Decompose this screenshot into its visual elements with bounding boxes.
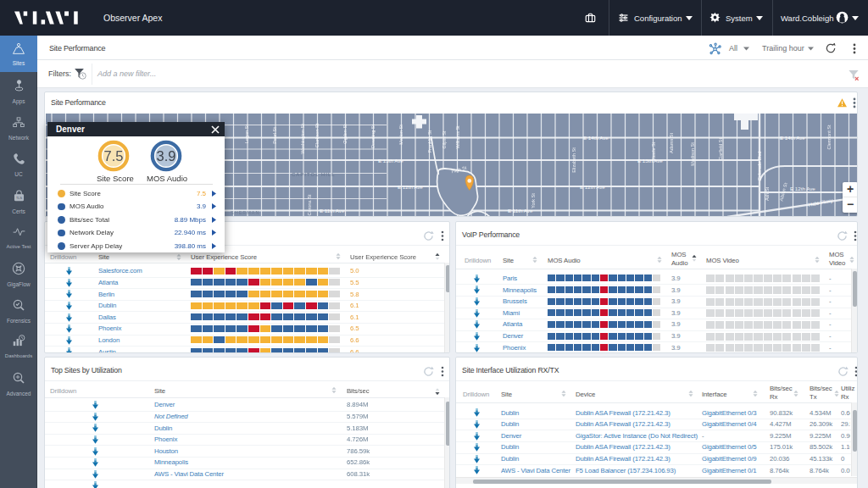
svg-text:CAPITOL HILL: CAPITOL HILL <box>292 172 336 177</box>
svg-text:TLS: TLS <box>16 197 22 200</box>
svg-text:Pearl St: Pearl St <box>272 127 277 144</box>
svg-text:E 14th Ave: E 14th Ave <box>583 135 609 141</box>
svg-text:Madison St: Madison St <box>690 142 695 166</box>
svg-text:E 13th Ave: E 13th Ave <box>378 158 403 164</box>
svg-text:Elizabeth St: Elizabeth St <box>571 147 576 173</box>
svg-text:Clermont St: Clermont St <box>826 125 832 150</box>
svg-text:Gilpin St: Gilpin St <box>442 130 447 148</box>
svg-text:Ash St: Ash St <box>765 186 770 201</box>
svg-text:7.5: 7.5 <box>104 147 124 163</box>
svg-text:E 12th Ave: E 12th Ave <box>790 186 815 191</box>
svg-text:E 14th Ave: E 14th Ave <box>780 135 805 141</box>
svg-text:Steele St: Steele St <box>651 141 656 161</box>
svg-text:York St: York St <box>531 193 536 208</box>
svg-text:Ogden St: Ogden St <box>342 124 348 144</box>
svg-text:SHERMAN: SHERMAN <box>231 210 260 215</box>
svg-text:Garfield St: Garfield St <box>718 138 723 160</box>
svg-text:Franklin St: Franklin St <box>427 130 432 152</box>
svg-text:Downing St: Downing St <box>370 124 376 148</box>
svg-text:Corona St: Corona St <box>307 194 312 215</box>
svg-text:Marion St: Marion St <box>398 125 403 145</box>
svg-text:E 12th Ave: E 12th Ave <box>580 184 605 190</box>
svg-text:Colorado Blvd: Colorado Blvd <box>757 152 762 181</box>
svg-text:Clarkson St: Clarkson St <box>314 123 320 147</box>
svg-text:E 11th Ave: E 11th Ave <box>320 208 345 214</box>
svg-text:E 12th Ave: E 12th Ave <box>398 184 423 190</box>
svg-text:E 11th Ave: E 11th Ave <box>508 208 533 214</box>
svg-text:3.9: 3.9 <box>157 147 176 163</box>
svg-text:Williams St: Williams St <box>455 125 460 149</box>
svg-text:Logan St: Logan St <box>244 125 249 143</box>
svg-text:Adams St: Adams St <box>669 133 674 153</box>
svg-text:Washington St: Washington St <box>300 124 305 154</box>
